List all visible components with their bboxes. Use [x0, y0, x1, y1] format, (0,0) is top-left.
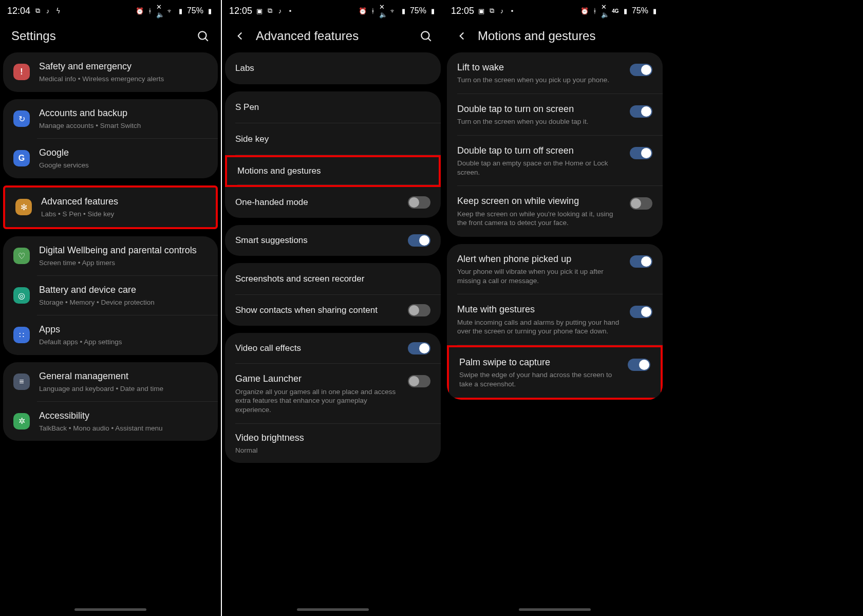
card-advanced-features: ✻ Advanced features Labs • S Pen • Side …	[3, 185, 218, 229]
settings-item-palm-swipe[interactable]: Palm swipe to capture Swipe the edge of …	[449, 347, 661, 398]
bluetooth-icon: ᚼ	[146, 7, 154, 15]
bolt-icon: ϟ	[54, 7, 62, 15]
card-input: S Pen Side key Motions and gestures One-…	[225, 91, 441, 218]
settings-item-spen[interactable]: S Pen	[225, 91, 441, 123]
settings-item-accounts[interactable]: ↻ Accounts and backup Manage accounts • …	[3, 99, 218, 139]
nav-pill[interactable]	[519, 608, 591, 611]
settings-list: ! Safety and emergency Medical info • Wi…	[0, 52, 221, 441]
row-title: Safety and emergency	[39, 61, 208, 72]
toggle-alert-picked-up[interactable]	[630, 255, 652, 268]
row-sub: Labs • S Pen • Side key	[41, 210, 205, 219]
settings-item-google[interactable]: G Google Google services	[3, 139, 218, 178]
row-title: S Pen	[235, 102, 430, 113]
sync-icon: ↻	[13, 110, 30, 127]
search-icon[interactable]	[419, 29, 433, 43]
settings-item-apps[interactable]: ∷ Apps Default apps • App settings	[3, 315, 218, 355]
settings-item-screenshots[interactable]: Screenshots and screen recorder	[225, 263, 441, 295]
settings-item-general-management[interactable]: ≡ General management Language and keyboa…	[3, 362, 218, 402]
row-title: Palm swipe to capture	[459, 357, 617, 368]
toggle-mute-gestures[interactable]	[630, 306, 652, 318]
settings-item-side-key[interactable]: Side key	[225, 123, 441, 155]
row-title: Side key	[235, 134, 430, 145]
settings-item-accessibility[interactable]: ✲ Accessibility TalkBack • Mono audio • …	[3, 402, 218, 441]
gear-icon: ✻	[15, 199, 32, 215]
status-time: 12:04	[7, 6, 30, 16]
row-title: Video call effects	[235, 343, 398, 354]
settings-item-video-call-effects[interactable]: Video call effects	[225, 333, 441, 364]
row-title: Smart suggestions	[235, 235, 398, 246]
settings-item-wellbeing[interactable]: ♡ Digital Wellbeing and parental control…	[3, 236, 218, 276]
status-left-icons: ⧉ ♪ ϟ	[33, 7, 62, 15]
overlay-icon: ⧉	[487, 7, 496, 15]
settings-item-motions-gestures[interactable]: Motions and gestures	[227, 157, 439, 185]
page-title: Settings	[11, 29, 56, 43]
settings-item-lift-to-wake[interactable]: Lift to wake Turn on the screen when you…	[447, 52, 663, 94]
settings-item-one-handed[interactable]: One-handed mode	[225, 187, 441, 218]
nav-pill[interactable]	[74, 608, 146, 611]
battery-icon: ▮	[428, 7, 437, 15]
settings-item-mute-gestures[interactable]: Mute with gestures Mute incoming calls a…	[447, 294, 663, 345]
settings-item-safety[interactable]: ! Safety and emergency Medical info • Wi…	[3, 52, 218, 92]
page-header: Motions and gestures	[444, 18, 666, 52]
toggle-video-call-effects[interactable]	[408, 342, 430, 354]
settings-item-video-brightness[interactable]: Video brightness Normal	[225, 424, 441, 463]
alert-icon: !	[13, 64, 30, 80]
nav-pill[interactable]	[297, 608, 369, 611]
settings-item-labs[interactable]: Labs	[225, 52, 441, 84]
row-title: Alert when phone picked up	[457, 253, 620, 265]
settings-item-double-tap-off[interactable]: Double tap to turn off screen Double tap…	[447, 136, 663, 186]
toggle-smart-suggestions[interactable]	[408, 234, 430, 247]
card-wellbeing: ♡ Digital Wellbeing and parental control…	[3, 236, 218, 355]
row-sub: Organize all your games all in one place…	[235, 387, 398, 415]
row-title: Labs	[235, 63, 430, 74]
battery-icon: ▮	[650, 7, 659, 15]
back-icon[interactable]	[233, 29, 247, 43]
settings-item-smart-suggestions[interactable]: Smart suggestions	[225, 225, 441, 256]
toggle-double-tap-off[interactable]	[630, 147, 652, 159]
status-bar: 12:04 ⧉ ♪ ϟ ⏰ ᚼ ✕🔈 ᯤ ▮ 75% ▮	[0, 0, 221, 18]
music-icon: ♪	[276, 7, 284, 15]
toggle-show-contacts[interactable]	[408, 304, 430, 316]
row-title: Lift to wake	[457, 62, 620, 73]
row-title: Game Launcher	[235, 373, 398, 385]
toggle-double-tap-on[interactable]	[630, 105, 652, 118]
search-icon[interactable]	[196, 29, 210, 43]
motions-list: Lift to wake Turn on the screen when you…	[444, 52, 666, 400]
row-title: Battery and device care	[39, 284, 208, 296]
settings-item-show-contacts[interactable]: Show contacts when sharing content	[225, 295, 441, 326]
settings-item-battery[interactable]: ◎ Battery and device care Storage • Memo…	[3, 276, 218, 315]
row-sub: Language and keyboard • Date and time	[39, 384, 208, 394]
row-title: Show contacts when sharing content	[235, 305, 398, 316]
card-labs: Labs	[225, 52, 441, 84]
row-title: Double tap to turn on screen	[457, 103, 620, 115]
svg-line-1	[205, 38, 208, 41]
wifi-icon: ᯤ	[166, 7, 175, 15]
alarm-icon: ⏰	[136, 7, 144, 15]
apps-icon: ∷	[13, 327, 30, 343]
toggle-lift-to-wake[interactable]	[630, 64, 652, 76]
card-screenshot: Screenshots and screen recorder Show con…	[225, 263, 441, 326]
toggle-one-handed[interactable]	[408, 196, 430, 209]
google-icon: G	[13, 150, 30, 166]
battery-percent: 75%	[632, 6, 648, 15]
music-icon: ♪	[44, 7, 52, 15]
overlay-icon: ⧉	[266, 7, 274, 15]
settings-item-alert-picked-up[interactable]: Alert when phone picked up Your phone wi…	[447, 244, 663, 294]
settings-item-keep-screen-on[interactable]: Keep screen on while viewing Keep the sc…	[447, 186, 663, 236]
image-icon: ▣	[477, 7, 485, 15]
status-time: 12:05	[229, 6, 252, 16]
settings-item-game-launcher[interactable]: Game Launcher Organize all your games al…	[225, 364, 441, 423]
battery-percent: 75%	[410, 6, 426, 15]
settings-item-advanced-features[interactable]: ✻ Advanced features Labs • S Pen • Side …	[5, 188, 216, 227]
highlight-motions: Motions and gestures	[225, 155, 441, 187]
toggle-keep-screen-on[interactable]	[630, 197, 652, 210]
toggle-palm-swipe[interactable]	[628, 359, 650, 371]
row-sub: TalkBack • Mono audio • Assistant menu	[39, 424, 208, 433]
music-icon: ♪	[498, 7, 506, 15]
signal-icon: ▮	[177, 7, 185, 15]
status-left-icons: ▣ ⧉ ♪ •	[255, 7, 294, 15]
row-sub: Mute incoming calls and alarms by puttin…	[457, 318, 620, 336]
settings-item-double-tap-on[interactable]: Double tap to turn on screen Turn on the…	[447, 94, 663, 136]
back-icon[interactable]	[455, 29, 468, 43]
toggle-game-launcher[interactable]	[408, 375, 430, 387]
